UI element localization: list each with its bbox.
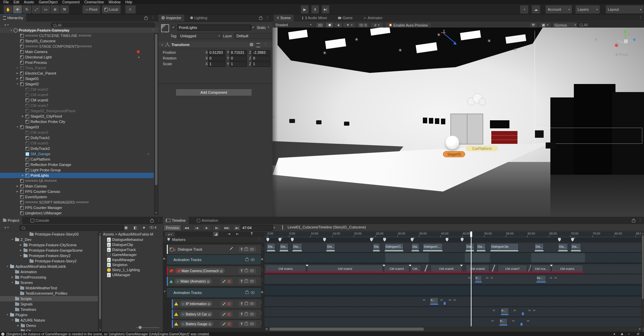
tab-scene[interactable]: #Scene xyxy=(274,14,294,22)
animation-item[interactable] xyxy=(453,298,456,302)
hierarchy-row[interactable]: Story01_Cutscene xyxy=(0,38,154,44)
water-binding-chip[interactable]: ≻Water (Animator)◎ xyxy=(175,279,212,284)
tab-animation[interactable]: Animation xyxy=(194,217,221,224)
hierarchy-row[interactable]: ====== STAGE COMPONENTS====== xyxy=(0,44,154,49)
expand-arrow-icon[interactable] xyxy=(21,114,24,119)
expand-arrow-icon[interactable] xyxy=(19,242,22,248)
object-picker-icon[interactable]: ◎ xyxy=(207,302,210,306)
animation-item[interactable] xyxy=(554,276,557,280)
animation-item[interactable] xyxy=(513,308,516,312)
animation-item[interactable] xyxy=(512,319,515,323)
z-field[interactable]: -2.3983 xyxy=(252,50,270,55)
hierarchy-row[interactable]: CM vcam2 xyxy=(0,87,154,92)
asset-row[interactable]: Singleton xyxy=(102,262,161,267)
transport-button[interactable]: ▶| xyxy=(212,225,221,231)
hierarchy-row[interactable]: CM vcam5 xyxy=(0,140,154,146)
expand-arrow-icon[interactable] xyxy=(11,237,14,242)
hierarchy-row[interactable]: CM vcam7 xyxy=(0,103,154,108)
expand-arrow-icon[interactable] xyxy=(16,71,19,76)
hierarchy-row[interactable]: Stage02 xyxy=(0,81,154,87)
menu-window[interactable]: Window xyxy=(109,0,121,4)
activation-clip[interactable] xyxy=(465,253,490,262)
folder-row[interactable]: PostProcessing xyxy=(0,275,98,280)
animation-item[interactable] xyxy=(522,312,524,315)
group-collapse-icon[interactable]: ▶ xyxy=(163,257,165,260)
timeline-marker-pin[interactable]: + xyxy=(411,238,413,242)
group-collapse-icon[interactable]: ▼ xyxy=(163,290,166,293)
dialogue-clip[interactable]: Dia... xyxy=(571,243,581,251)
record-icon[interactable] xyxy=(228,302,231,305)
z-field[interactable]: 1 xyxy=(252,61,270,67)
dialogue-clip[interactable]: DialogueClip xyxy=(490,243,518,251)
eye-icon[interactable] xyxy=(250,313,254,316)
expand-arrow-icon[interactable] xyxy=(6,264,9,269)
orientation-gizmo[interactable] xyxy=(614,30,638,52)
y-field[interactable]: 1 xyxy=(230,61,247,67)
lock-icon[interactable] xyxy=(245,291,249,294)
transform-header[interactable]: ▼ Transform ? ⋮ xyxy=(158,42,273,48)
layout-dropdown[interactable]: Layout xyxy=(605,5,644,14)
asset-row[interactable]: InputManager xyxy=(102,257,161,262)
dialogue-clip[interactable]: Dia... xyxy=(292,243,302,251)
collab-icon[interactable]: ▪ xyxy=(628,332,629,336)
track-menu-icon[interactable]: ⋮ xyxy=(260,311,263,315)
expand-arrow-icon[interactable] xyxy=(16,76,19,81)
timeline-marker-pin[interactable]: + xyxy=(446,238,448,242)
cloud-icon[interactable]: ☁ xyxy=(532,5,540,14)
grid-visibility-dropdown[interactable]: # xyxy=(370,22,383,28)
curves-toggle-icon[interactable] xyxy=(230,247,233,251)
hierarchy-row[interactable]: FPS Counter Manager xyxy=(0,205,154,210)
grid-snapping-icon[interactable]: #◞ xyxy=(125,5,136,14)
lock-icon[interactable] xyxy=(259,16,262,20)
hierarchy-row[interactable]: Light Probe Group xyxy=(0,167,154,173)
help-icon[interactable]: ? xyxy=(250,43,253,46)
record-icon[interactable] xyxy=(228,313,231,316)
tab-hierarchy[interactable]: Hierarchy xyxy=(0,14,26,22)
track-group-activation[interactable]: Activation Tracks + xyxy=(167,255,261,264)
timeline-marker-pin[interactable]: + xyxy=(571,238,574,242)
favorites-icon[interactable]: ★ xyxy=(142,225,146,230)
local-toggle[interactable]: Local xyxy=(102,5,121,14)
expand-arrow-icon[interactable] xyxy=(16,323,20,328)
track-menu-icon[interactable]: ⋮ xyxy=(261,278,264,282)
translate-gizmo[interactable] xyxy=(440,30,460,50)
curves-toggle-icon[interactable] xyxy=(222,313,226,316)
light-gizmo-icon[interactable] xyxy=(594,37,598,42)
dialogue-clip[interactable]: Dia... xyxy=(373,243,380,251)
hierarchy-row[interactable]: FPS Counter Canvas xyxy=(0,189,154,194)
menu-cinemachine[interactable]: Cinemachine xyxy=(84,0,104,4)
folder-row[interactable]: MobileWeatherTest xyxy=(0,285,98,291)
scene-root-row[interactable]: ▼ Prototype-Feature-Gameplay ⋮ xyxy=(0,28,158,33)
hierarchy-row[interactable]: ====== UI ====== xyxy=(0,178,154,183)
scene-menu-icon[interactable]: ⋮ xyxy=(152,28,155,32)
folder-row[interactable]: TestEnvironment_Profiles xyxy=(0,291,98,296)
hierarchy-row[interactable]: DollyTrack1 xyxy=(0,135,154,140)
curves-toggle-icon[interactable] xyxy=(222,302,226,305)
pin-icon[interactable]: Ŧ xyxy=(241,280,243,283)
pin-icon[interactable]: Ŧ xyxy=(241,312,243,316)
track-ip-information[interactable]: ≻IP Information◎ Ŧ ⋮ xyxy=(172,299,261,308)
battery-binding-chip[interactable]: ≻Battery UI Car◎ xyxy=(180,311,213,317)
dialogue-clip[interactable]: Dia... xyxy=(465,243,474,251)
expand-arrow-icon[interactable] xyxy=(19,253,22,258)
layer-dropdown[interactable]: Default▾ xyxy=(234,33,276,39)
hierarchy-row[interactable]: PointLights xyxy=(0,173,154,178)
hierarchy-row[interactable]: Tosa_Parent xyxy=(0,65,154,71)
hierarchy-row[interactable]: Main Camera xyxy=(0,49,154,54)
layers-dropdown[interactable]: Layers xyxy=(575,5,600,14)
hand-tool-icon[interactable]: ✋ xyxy=(3,5,13,14)
scene-label-stage03[interactable]: Stage03 xyxy=(443,151,465,157)
shading-mode-dropdown[interactable]: Shaded xyxy=(274,22,313,27)
track-menu-icon[interactable]: ⋮ xyxy=(260,301,263,304)
component-menu-icon[interactable]: ⋮ xyxy=(264,42,267,46)
eye-icon[interactable] xyxy=(251,291,255,294)
transport-button[interactable]: ▶ xyxy=(202,225,211,231)
hierarchy-row[interactable]: CM vcam3 xyxy=(0,130,154,135)
hierarchy-search-input[interactable]: All xyxy=(51,23,155,28)
move-tool-icon[interactable]: ✛ xyxy=(13,5,22,14)
scene-audio-toggle[interactable] xyxy=(334,22,342,28)
markers-menu-icon[interactable]: ⋮ xyxy=(257,237,261,241)
hierarchy-row[interactable]: Directional Light xyxy=(0,54,154,60)
aura-preview-button[interactable]: Enable Aura Preview xyxy=(385,22,432,28)
dialogue-clip[interactable]: Dia... xyxy=(477,243,486,251)
